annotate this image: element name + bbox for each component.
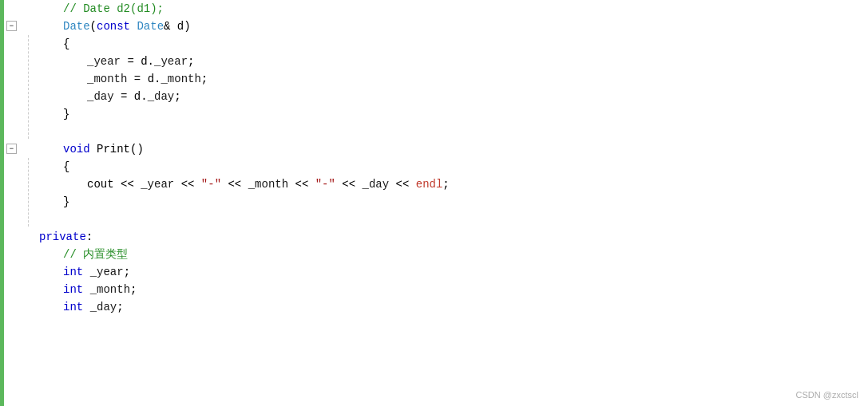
code-token: // 内置类型 [63,246,128,263]
code-token: _day [90,298,117,316]
code-line: Date(const Date& d) [36,18,868,35]
code-token: & d) [164,18,191,35]
code-token: { [63,35,69,53]
watermark: CSDN @zxctscl [796,390,858,400]
code-token: ; [201,70,208,88]
collapse-button[interactable]: − [6,21,17,31]
code-token: Print() [90,140,144,158]
code-token: private [39,228,86,246]
code-token: { [63,158,69,175]
code-token: << [288,175,315,193]
code-token: "-" [201,175,221,193]
code-line [36,123,868,140]
code-token: << [221,175,248,193]
code-token: _year [154,53,188,70]
code-line: _year = d._year; [36,53,868,70]
code-token: const [97,18,130,35]
code-token: << [335,175,363,193]
code-token: = d. [121,53,154,70]
code-token: _year [87,53,121,70]
code-line: // 内置类型 [36,246,868,263]
code-token: _year [90,263,124,281]
code-token: int [63,263,83,281]
code-token: << [174,175,201,193]
code-line: { [36,158,868,175]
tree-vertical-line [28,158,29,227]
code-token: _month [87,70,127,88]
code-area: // Date d2(d1);Date(const Date& d){_year… [36,0,868,406]
code-token: ( [90,18,97,35]
code-token: _day [363,175,390,193]
code-token: _day [148,88,175,105]
code-token: Date [137,18,164,35]
code-line: } [36,193,868,211]
code-token [83,298,89,316]
code-line: _month = d._month; [36,70,868,88]
code-line: int _day; [36,298,868,316]
code-token: ; [174,88,180,105]
code-line: int _month; [36,281,868,298]
code-token: ; [124,263,130,281]
collapse-gutter-2 [20,0,36,406]
code-token: cout [87,175,114,193]
code-lines: // Date d2(d1);Date(const Date& d){_year… [36,0,868,316]
code-line: { [36,35,868,53]
code-token: _year [141,175,174,193]
code-line: void Print() [36,140,868,158]
code-token: = d. [127,70,161,88]
code-token: << [114,175,141,193]
code-token: Date [63,18,90,35]
code-token: } [63,105,69,123]
code-line: _day = d._day; [36,88,868,105]
code-line: } [36,105,868,123]
editor-window: −− // Date d2(d1);Date(const Date& d){_y… [0,0,868,406]
code-token: void [63,140,90,158]
code-token: << [389,175,416,193]
code-token [130,18,137,35]
code-token [83,263,89,281]
collapse-gutter-1: −− [4,0,20,406]
tree-vertical-line [28,35,29,139]
code-token: ; [188,53,194,70]
collapse-button[interactable]: − [6,144,17,154]
code-line: private: [36,228,868,246]
code-token: int [63,298,83,316]
code-token: } [63,193,69,211]
code-token: _month [248,175,288,193]
code-line: // Date d2(d1); [36,0,868,18]
code-line: int _year; [36,263,868,281]
code-line [36,211,868,228]
code-token: _day [87,88,114,105]
code-token: ; [130,281,137,298]
code-token [83,281,89,298]
code-token: _month [161,70,200,88]
code-token: ; [442,175,449,193]
code-line: cout << _year << "-" << _month << "-" <<… [36,175,868,193]
code-token: // Date d2(d1); [63,0,164,18]
code-token: ; [117,298,123,316]
code-token: _month [90,281,130,298]
code-token: = d. [114,88,148,105]
code-token: endl [416,175,443,193]
code-token: : [86,228,93,246]
code-token: "-" [315,175,335,193]
code-token: int [63,281,83,298]
